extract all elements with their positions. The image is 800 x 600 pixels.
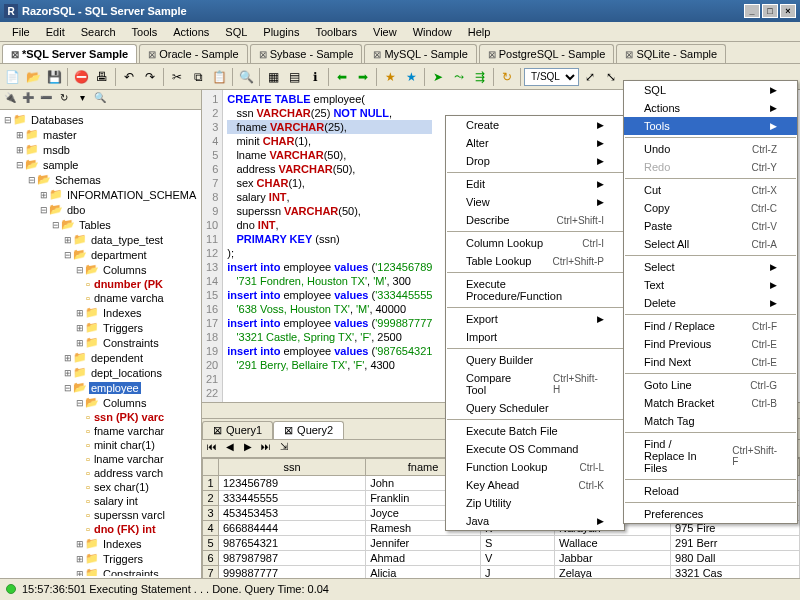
tree-node[interactable]: ⊞📁Triggers — [2, 320, 199, 335]
row-header[interactable]: 4 — [203, 521, 219, 536]
cell[interactable]: J — [480, 566, 554, 579]
expand-icon[interactable]: ⤢ — [580, 67, 600, 87]
menu-item[interactable]: CutCtrl-X — [624, 181, 797, 199]
table-row[interactable]: 6987987987AhmadVJabbar980 Dall — [203, 551, 800, 566]
tree-node[interactable]: ▫ssn (PK) varc — [2, 410, 199, 424]
menu-search[interactable]: Search — [73, 24, 124, 40]
menu-item[interactable]: Find NextCtrl-E — [624, 353, 797, 371]
cell[interactable]: Jabbar — [554, 551, 670, 566]
tree-node[interactable]: ⊞📁Triggers — [2, 551, 199, 566]
info-icon[interactable]: ℹ — [305, 67, 325, 87]
menu-item[interactable]: DescribeCtrl+Shift-I — [446, 211, 624, 229]
tree-node[interactable]: ⊟📂employee — [2, 380, 199, 395]
tree-node[interactable]: ▫salary int — [2, 494, 199, 508]
row-header[interactable]: 5 — [203, 536, 219, 551]
cell[interactable]: Jennifer — [366, 536, 481, 551]
doc-tab[interactable]: ⊠PostgreSQL - Sample — [479, 44, 615, 63]
tree-node[interactable]: ▫fname varchar — [2, 424, 199, 438]
query-tab[interactable]: ⊠Query2 — [273, 421, 344, 439]
table-icon[interactable]: ▦ — [263, 67, 283, 87]
menu-item[interactable]: Select AllCtrl-A — [624, 235, 797, 253]
row-header[interactable]: 7 — [203, 566, 219, 579]
tree-node[interactable]: ⊞📁Constraints — [2, 335, 199, 350]
cell[interactable]: 987987987 — [219, 551, 366, 566]
row-header[interactable]: 3 — [203, 506, 219, 521]
menu-item[interactable]: Match Tag — [624, 412, 797, 430]
close-tab-icon[interactable]: ⊠ — [148, 49, 156, 60]
menu-item[interactable]: Compare ToolCtrl+Shift-H — [446, 369, 624, 399]
menu-item[interactable]: View▶ — [446, 193, 624, 211]
menu-item[interactable]: Column LookupCtrl-I — [446, 234, 624, 252]
menu-actions[interactable]: Actions — [165, 24, 217, 40]
collapse-icon[interactable]: ⤡ — [601, 67, 621, 87]
menu-item[interactable]: Goto LineCtrl-G — [624, 376, 797, 394]
tree-node[interactable]: ⊞📁msdb — [2, 142, 199, 157]
menu-window[interactable]: Window — [405, 24, 460, 40]
cell[interactable]: 999887777 — [219, 566, 366, 579]
menu-help[interactable]: Help — [460, 24, 499, 40]
cell[interactable]: 980 Dall — [671, 551, 800, 566]
tree-node[interactable]: ⊟📂Schemas — [2, 172, 199, 187]
menu-item[interactable]: RedoCtrl-Y — [624, 158, 797, 176]
query-tab[interactable]: ⊠Query1 — [202, 421, 273, 439]
menu-item[interactable]: Reload — [624, 482, 797, 500]
sync-icon[interactable]: ↻ — [56, 92, 72, 108]
close-tab-icon[interactable]: ⊠ — [488, 49, 496, 60]
menu-edit[interactable]: Edit — [38, 24, 73, 40]
cell[interactable]: 987654321 — [219, 536, 366, 551]
cell[interactable]: 453453453 — [219, 506, 366, 521]
menu-file[interactable]: File — [4, 24, 38, 40]
menu-item[interactable]: Execute Batch File — [446, 422, 624, 440]
result-export-icon[interactable]: ⇲ — [276, 441, 292, 457]
menu-item[interactable]: Execute OS Command — [446, 440, 624, 458]
minus-icon[interactable]: ➖ — [38, 92, 54, 108]
menu-item[interactable]: Edit▶ — [446, 175, 624, 193]
menu-item[interactable]: Drop▶ — [446, 152, 624, 170]
tree-node[interactable]: ▫dno (FK) int — [2, 522, 199, 536]
print-icon[interactable]: 🖶 — [92, 67, 112, 87]
menu-item[interactable]: Text▶ — [624, 276, 797, 294]
menu-item[interactable]: Query Scheduler — [446, 399, 624, 417]
refresh-icon[interactable]: ↻ — [497, 67, 517, 87]
column-header[interactable] — [203, 459, 219, 476]
cell[interactable]: S — [480, 536, 554, 551]
menu-item[interactable]: UndoCtrl-Z — [624, 140, 797, 158]
tree-node[interactable]: ▫lname varchar — [2, 452, 199, 466]
nav-fwd-icon[interactable]: ➡ — [353, 67, 373, 87]
menu-item[interactable]: Select▶ — [624, 258, 797, 276]
doc-tab[interactable]: ⊠*SQL Server Sample — [2, 44, 137, 63]
columns-icon[interactable]: ▤ — [284, 67, 304, 87]
menu-item[interactable]: Find PreviousCtrl-E — [624, 335, 797, 353]
tree-node[interactable]: ▫dname varcha — [2, 291, 199, 305]
menu-plugins[interactable]: Plugins — [255, 24, 307, 40]
execute-all-icon[interactable]: ⇶ — [470, 67, 490, 87]
execute-step-icon[interactable]: ⤳ — [449, 67, 469, 87]
filter-icon[interactable]: ▾ — [74, 92, 90, 108]
tree-node[interactable]: ⊞📁INFORMATION_SCHEMA — [2, 187, 199, 202]
menu-item[interactable]: Zip Utility — [446, 494, 624, 512]
tree-node[interactable]: ▫sex char(1) — [2, 480, 199, 494]
minimize-button[interactable]: _ — [744, 4, 760, 18]
close-button[interactable]: × — [780, 4, 796, 18]
copy-icon[interactable]: ⧉ — [188, 67, 208, 87]
cell[interactable]: Wallace — [554, 536, 670, 551]
plus-icon[interactable]: ➕ — [20, 92, 36, 108]
menu-item[interactable]: Key AheadCtrl-K — [446, 476, 624, 494]
doc-tab[interactable]: ⊠MySQL - Sample — [364, 44, 476, 63]
menu-item[interactable]: Delete▶ — [624, 294, 797, 312]
menu-item[interactable]: Tools▶ — [624, 117, 797, 135]
find-icon[interactable]: 🔍 — [236, 67, 256, 87]
tree-node[interactable]: ⊟📂Tables — [2, 217, 199, 232]
doc-tab[interactable]: ⊠Sybase - Sample — [250, 44, 363, 63]
tree-node[interactable]: ▫dnumber (PK — [2, 277, 199, 291]
menu-item[interactable]: SQL▶ — [624, 81, 797, 99]
result-last-icon[interactable]: ⏭ — [258, 441, 274, 457]
close-tab-icon[interactable]: ⊠ — [373, 49, 381, 60]
menu-item[interactable]: CopyCtrl-C — [624, 199, 797, 217]
menu-item[interactable]: Actions▶ — [624, 99, 797, 117]
code-area[interactable]: CREATE TABLE employee( ssn VARCHAR(25) N… — [223, 90, 436, 402]
bookmark-add-icon[interactable]: ★ — [380, 67, 400, 87]
close-tab-icon[interactable]: ⊠ — [625, 49, 633, 60]
context-menu-main[interactable]: SQL▶Actions▶Tools▶UndoCtrl-ZRedoCtrl-YCu… — [623, 80, 798, 524]
menu-item[interactable]: Find / ReplaceCtrl-F — [624, 317, 797, 335]
